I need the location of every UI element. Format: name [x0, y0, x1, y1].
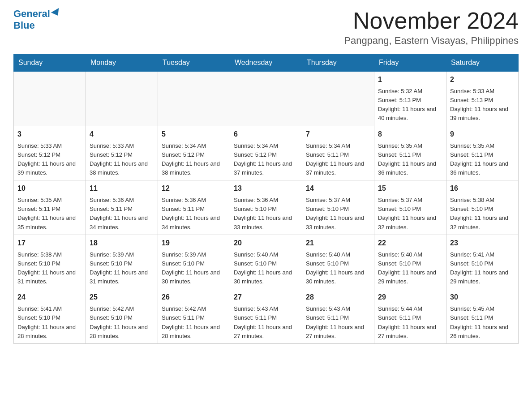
calendar-header: SundayMondayTuesdayWednesdayThursdayFrid…: [14, 54, 519, 72]
day-info: Sunrise: 5:38 AM Sunset: 5:10 PM Dayligh…: [450, 196, 515, 232]
day-number: 26: [162, 292, 226, 303]
day-number: 25: [90, 292, 154, 303]
day-info: Sunrise: 5:45 AM Sunset: 5:11 PM Dayligh…: [450, 304, 515, 341]
calendar-cell: 17Sunrise: 5:38 AM Sunset: 5:10 PM Dayli…: [14, 235, 86, 289]
day-number: 5: [162, 129, 226, 140]
day-info: Sunrise: 5:34 AM Sunset: 5:12 PM Dayligh…: [234, 141, 298, 178]
calendar-cell: 9Sunrise: 5:35 AM Sunset: 5:11 PM Daylig…: [446, 126, 519, 180]
day-number: 4: [90, 129, 154, 140]
day-info: Sunrise: 5:35 AM Sunset: 5:11 PM Dayligh…: [17, 196, 82, 232]
calendar-cell: 2Sunrise: 5:33 AM Sunset: 5:13 PM Daylig…: [446, 72, 519, 126]
calendar-body: 1Sunrise: 5:32 AM Sunset: 5:13 PM Daylig…: [14, 72, 519, 344]
calendar-cell: 26Sunrise: 5:42 AM Sunset: 5:11 PM Dayli…: [158, 289, 230, 344]
calendar-cell: 8Sunrise: 5:35 AM Sunset: 5:11 PM Daylig…: [374, 126, 446, 180]
calendar-cell: 27Sunrise: 5:43 AM Sunset: 5:11 PM Dayli…: [230, 289, 302, 344]
day-info: Sunrise: 5:43 AM Sunset: 5:11 PM Dayligh…: [306, 304, 370, 341]
day-info: Sunrise: 5:43 AM Sunset: 5:11 PM Dayligh…: [234, 304, 298, 341]
calendar-cell: 13Sunrise: 5:36 AM Sunset: 5:10 PM Dayli…: [230, 180, 302, 235]
day-number: 18: [90, 238, 154, 248]
day-number: 17: [17, 238, 82, 248]
day-info: Sunrise: 5:39 AM Sunset: 5:10 PM Dayligh…: [162, 250, 226, 287]
calendar-cell: 20Sunrise: 5:40 AM Sunset: 5:10 PM Dayli…: [230, 235, 302, 289]
day-info: Sunrise: 5:40 AM Sunset: 5:10 PM Dayligh…: [306, 250, 370, 287]
day-number: 9: [450, 129, 515, 140]
calendar-cell: [86, 72, 158, 126]
calendar-cell: 1Sunrise: 5:32 AM Sunset: 5:13 PM Daylig…: [374, 72, 446, 126]
day-number: 3: [17, 129, 82, 140]
day-number: 2: [450, 74, 515, 85]
day-number: 23: [450, 238, 515, 248]
calendar-week-1: 1Sunrise: 5:32 AM Sunset: 5:13 PM Daylig…: [14, 72, 519, 126]
weekday-header-sunday: Sunday: [14, 54, 86, 72]
day-info: Sunrise: 5:35 AM Sunset: 5:11 PM Dayligh…: [378, 141, 442, 178]
day-info: Sunrise: 5:33 AM Sunset: 5:12 PM Dayligh…: [90, 141, 154, 178]
calendar-cell: [302, 72, 374, 126]
day-number: 24: [17, 292, 82, 303]
day-info: Sunrise: 5:36 AM Sunset: 5:10 PM Dayligh…: [234, 196, 298, 232]
day-number: 8: [378, 129, 442, 140]
calendar-cell: [158, 72, 230, 126]
day-info: Sunrise: 5:41 AM Sunset: 5:10 PM Dayligh…: [17, 304, 82, 341]
day-number: 14: [306, 183, 370, 194]
calendar-cell: 7Sunrise: 5:34 AM Sunset: 5:11 PM Daylig…: [302, 126, 374, 180]
day-number: 12: [162, 183, 226, 194]
day-info: Sunrise: 5:44 AM Sunset: 5:11 PM Dayligh…: [378, 304, 442, 341]
day-info: Sunrise: 5:37 AM Sunset: 5:10 PM Dayligh…: [378, 196, 442, 232]
day-number: 10: [17, 183, 82, 194]
weekday-header-tuesday: Tuesday: [158, 54, 230, 72]
day-info: Sunrise: 5:34 AM Sunset: 5:12 PM Dayligh…: [162, 141, 226, 178]
day-number: 27: [234, 292, 298, 303]
day-info: Sunrise: 5:35 AM Sunset: 5:11 PM Dayligh…: [450, 141, 515, 178]
day-info: Sunrise: 5:32 AM Sunset: 5:13 PM Dayligh…: [378, 87, 442, 123]
day-info: Sunrise: 5:36 AM Sunset: 5:11 PM Dayligh…: [162, 196, 226, 232]
calendar-week-4: 17Sunrise: 5:38 AM Sunset: 5:10 PM Dayli…: [14, 235, 519, 289]
calendar-cell: 19Sunrise: 5:39 AM Sunset: 5:10 PM Dayli…: [158, 235, 230, 289]
weekday-header-friday: Friday: [374, 54, 446, 72]
calendar-cell: 25Sunrise: 5:42 AM Sunset: 5:10 PM Dayli…: [86, 289, 158, 344]
weekday-header-saturday: Saturday: [446, 54, 519, 72]
calendar-cell: 4Sunrise: 5:33 AM Sunset: 5:12 PM Daylig…: [86, 126, 158, 180]
day-number: 16: [450, 183, 515, 194]
day-number: 29: [378, 292, 442, 303]
day-info: Sunrise: 5:33 AM Sunset: 5:13 PM Dayligh…: [450, 87, 515, 123]
day-info: Sunrise: 5:34 AM Sunset: 5:11 PM Dayligh…: [306, 141, 370, 178]
calendar-cell: 5Sunrise: 5:34 AM Sunset: 5:12 PM Daylig…: [158, 126, 230, 180]
page-header: General Blue November 2024 Pangpang, Eas…: [13, 9, 519, 47]
weekday-header-monday: Monday: [86, 54, 158, 72]
weekday-header-wednesday: Wednesday: [230, 54, 302, 72]
calendar-cell: 21Sunrise: 5:40 AM Sunset: 5:10 PM Dayli…: [302, 235, 374, 289]
calendar-cell: 28Sunrise: 5:43 AM Sunset: 5:11 PM Dayli…: [302, 289, 374, 344]
day-number: 15: [378, 183, 442, 194]
title-area: November 2024 Pangpang, Eastern Visayas,…: [344, 9, 519, 47]
day-number: 22: [378, 238, 442, 248]
calendar-cell: [14, 72, 86, 126]
day-info: Sunrise: 5:39 AM Sunset: 5:10 PM Dayligh…: [90, 250, 154, 287]
calendar-cell: 22Sunrise: 5:40 AM Sunset: 5:10 PM Dayli…: [374, 235, 446, 289]
day-info: Sunrise: 5:33 AM Sunset: 5:12 PM Dayligh…: [17, 141, 82, 178]
day-number: 30: [450, 292, 515, 303]
calendar-cell: 14Sunrise: 5:37 AM Sunset: 5:10 PM Dayli…: [302, 180, 374, 235]
calendar-cell: 3Sunrise: 5:33 AM Sunset: 5:12 PM Daylig…: [14, 126, 86, 180]
weekday-header-row: SundayMondayTuesdayWednesdayThursdayFrid…: [14, 54, 519, 72]
day-number: 28: [306, 292, 370, 303]
logo-arrow-icon: [51, 8, 62, 18]
calendar-cell: 10Sunrise: 5:35 AM Sunset: 5:11 PM Dayli…: [14, 180, 86, 235]
day-number: 20: [234, 238, 298, 248]
day-number: 6: [234, 129, 298, 140]
calendar-cell: 15Sunrise: 5:37 AM Sunset: 5:10 PM Dayli…: [374, 180, 446, 235]
logo-general-text: General: [13, 9, 61, 19]
day-info: Sunrise: 5:42 AM Sunset: 5:10 PM Dayligh…: [90, 304, 154, 341]
location-text: Pangpang, Eastern Visayas, Philippines: [344, 35, 519, 47]
calendar-cell: 23Sunrise: 5:41 AM Sunset: 5:10 PM Dayli…: [446, 235, 519, 289]
calendar-table: SundayMondayTuesdayWednesdayThursdayFrid…: [13, 54, 519, 344]
month-title: November 2024: [344, 9, 519, 32]
day-number: 21: [306, 238, 370, 248]
day-info: Sunrise: 5:40 AM Sunset: 5:10 PM Dayligh…: [378, 250, 442, 287]
day-info: Sunrise: 5:42 AM Sunset: 5:11 PM Dayligh…: [162, 304, 226, 341]
calendar-week-2: 3Sunrise: 5:33 AM Sunset: 5:12 PM Daylig…: [14, 126, 519, 180]
logo: General Blue: [13, 9, 61, 31]
day-number: 13: [234, 183, 298, 194]
logo-blue-text: Blue: [13, 20, 35, 31]
logo-general-word: General: [13, 8, 50, 19]
calendar-cell: 29Sunrise: 5:44 AM Sunset: 5:11 PM Dayli…: [374, 289, 446, 344]
